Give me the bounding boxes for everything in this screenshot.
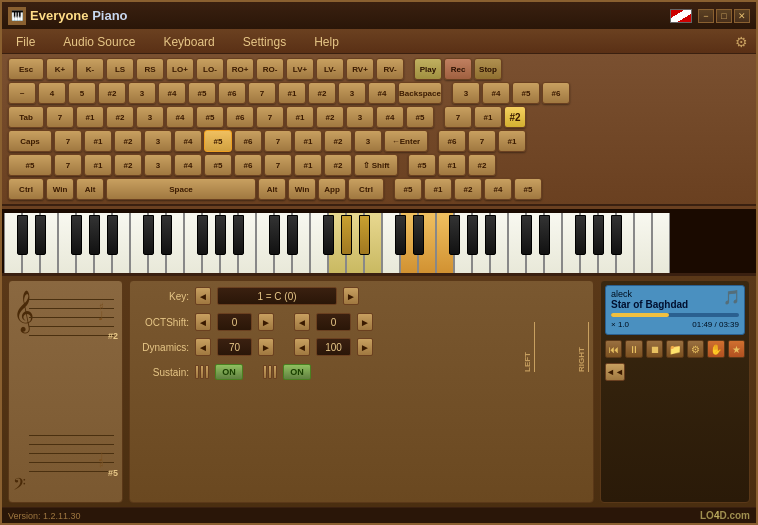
- key-7-2[interactable]: 7: [46, 106, 74, 128]
- piano-white-key-14[interactable]: [256, 213, 274, 273]
- piano-white-key-36[interactable]: [652, 213, 670, 273]
- key-rsharp4[interactable]: #4: [482, 82, 510, 104]
- key-3-2[interactable]: 3: [338, 82, 366, 104]
- dyn-left-inc[interactable]: ►: [258, 338, 274, 356]
- menu-help[interactable]: Help: [308, 33, 345, 51]
- piano-white-key-25[interactable]: [454, 213, 472, 273]
- piano-white-key-8[interactable]: [148, 213, 166, 273]
- piano-white-key-29[interactable]: [526, 213, 544, 273]
- key-rsharp4-2[interactable]: #4: [484, 178, 512, 200]
- key-ls[interactable]: LS: [106, 58, 134, 80]
- key-rvplus[interactable]: RV+: [346, 58, 374, 80]
- piano-white-key-18[interactable]: [328, 213, 346, 273]
- piano-white-key-32[interactable]: [580, 213, 598, 273]
- key-tab[interactable]: Tab: [8, 106, 44, 128]
- key-sharp5-1[interactable]: #5: [188, 82, 216, 104]
- piano-white-key-2[interactable]: [40, 213, 58, 273]
- key-sharp2-6[interactable]: #2: [324, 130, 352, 152]
- piano-white-key-15[interactable]: [274, 213, 292, 273]
- key-7-4[interactable]: 7: [54, 130, 82, 152]
- key-win-l[interactable]: Win: [46, 178, 74, 200]
- key-kminus[interactable]: K-: [76, 58, 104, 80]
- key-3-5[interactable]: 3: [144, 130, 172, 152]
- piano-white-key-9[interactable]: [166, 213, 184, 273]
- piano-white-key-13[interactable]: [238, 213, 256, 273]
- key-sharp2-2[interactable]: #2: [308, 82, 336, 104]
- key-rsharp6[interactable]: #6: [542, 82, 570, 104]
- key-sharp1-2[interactable]: #1: [76, 106, 104, 128]
- key-esc[interactable]: Esc: [8, 58, 44, 80]
- key-alt-l[interactable]: Alt: [76, 178, 104, 200]
- key-rsharp2-3[interactable]: #2: [454, 178, 482, 200]
- key-enter[interactable]: ←Enter: [384, 130, 428, 152]
- oct-right-inc[interactable]: ►: [357, 313, 373, 331]
- key-sharp1-3[interactable]: #1: [286, 106, 314, 128]
- key-sharp6-1[interactable]: #6: [218, 82, 246, 104]
- piano-white-key-27[interactable]: [490, 213, 508, 273]
- key-r3[interactable]: 3: [452, 82, 480, 104]
- key-sharp5-hl[interactable]: #5: [204, 130, 232, 152]
- key-kplus[interactable]: K+: [46, 58, 74, 80]
- piano-white-key-3[interactable]: [58, 213, 76, 273]
- folder-button[interactable]: 📁: [666, 340, 683, 358]
- key-7-1[interactable]: 7: [248, 82, 276, 104]
- key-rvminus[interactable]: RV-: [376, 58, 404, 80]
- dyn-right-dec[interactable]: ◄: [294, 338, 310, 356]
- star-button[interactable]: ★: [728, 340, 745, 358]
- key-shift5[interactable]: #5: [8, 154, 52, 176]
- key-app[interactable]: App: [318, 178, 346, 200]
- key-right-btn[interactable]: ►: [343, 287, 359, 305]
- piano-white-key-35[interactable]: [634, 213, 652, 273]
- key-rsharp5-4[interactable]: #5: [514, 178, 542, 200]
- key-ctrl-r[interactable]: Ctrl: [348, 178, 384, 200]
- key-sharp5-3[interactable]: #5: [406, 106, 434, 128]
- piano-white-key-23[interactable]: [418, 213, 436, 273]
- key-sharp4-2[interactable]: #4: [368, 82, 396, 104]
- key-space[interactable]: Space: [106, 178, 256, 200]
- key-win-r[interactable]: Win: [288, 178, 316, 200]
- oct-left-dec[interactable]: ◄: [195, 313, 211, 331]
- key-left-btn[interactable]: ◄: [195, 287, 211, 305]
- key-rsharp1[interactable]: #1: [474, 106, 502, 128]
- piano-white-key-24[interactable]: [436, 213, 454, 273]
- key-caps[interactable]: Caps: [8, 130, 52, 152]
- play-pause-button[interactable]: ⏸: [625, 340, 642, 358]
- piano-white-key-16[interactable]: [292, 213, 310, 273]
- key-sharp4-5[interactable]: #4: [174, 130, 202, 152]
- key-ctrl-l[interactable]: Ctrl: [8, 178, 44, 200]
- minimize-button[interactable]: −: [698, 9, 714, 23]
- key-sharp5-4[interactable]: #5: [204, 154, 232, 176]
- key-3-7[interactable]: 3: [144, 154, 172, 176]
- close-button[interactable]: ✕: [734, 9, 750, 23]
- piano-white-key-30[interactable]: [544, 213, 562, 273]
- key-rsharp2-2[interactable]: #2: [468, 154, 496, 176]
- dyn-left-dec[interactable]: ◄: [195, 338, 211, 356]
- key-7-5[interactable]: 7: [264, 130, 292, 152]
- key-3-4[interactable]: 3: [346, 106, 374, 128]
- key-sharp4-3[interactable]: #4: [166, 106, 194, 128]
- key-rsharp1-4[interactable]: #1: [424, 178, 452, 200]
- piano-white-key-22[interactable]: [400, 213, 418, 273]
- key-tilde[interactable]: ~: [8, 82, 36, 104]
- key-lvplus[interactable]: LV+: [286, 58, 314, 80]
- key-r7[interactable]: 7: [444, 106, 472, 128]
- dyn-right-inc[interactable]: ►: [357, 338, 373, 356]
- sustain-right-on[interactable]: ON: [283, 364, 311, 380]
- key-sharp1-6[interactable]: #1: [84, 154, 112, 176]
- key-r7-2[interactable]: 7: [468, 130, 496, 152]
- key-sharp1-4[interactable]: #1: [84, 130, 112, 152]
- key-rominus[interactable]: RO-: [256, 58, 284, 80]
- key-rsharp5[interactable]: #5: [512, 82, 540, 104]
- key-rsharp5-3[interactable]: #5: [394, 178, 422, 200]
- piano-white-key-33[interactable]: [598, 213, 616, 273]
- key-sharp2-1[interactable]: #2: [98, 82, 126, 104]
- piano-white-key-1[interactable]: [22, 213, 40, 273]
- key-sharp6-4[interactable]: #6: [234, 154, 262, 176]
- prev-track-button[interactable]: ⏮: [605, 340, 622, 358]
- piano-white-key-31[interactable]: [562, 213, 580, 273]
- key-sharp1-1[interactable]: #1: [278, 82, 306, 104]
- piano-white-key-7[interactable]: [130, 213, 148, 273]
- key-3-3[interactable]: 3: [136, 106, 164, 128]
- key-shift-r[interactable]: ⇧ Shift: [354, 154, 398, 176]
- maximize-button[interactable]: □: [716, 9, 732, 23]
